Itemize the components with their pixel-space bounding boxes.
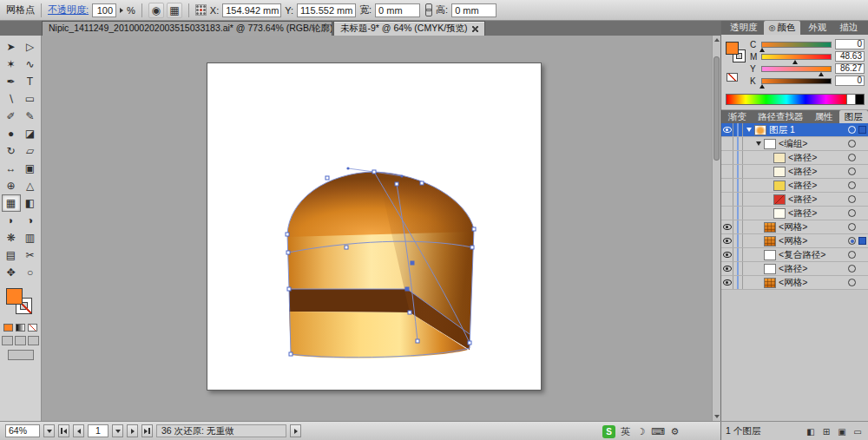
panel-tab[interactable]: 路径查找器 [753, 110, 809, 123]
height-input[interactable]: 0 mm [451, 3, 496, 17]
layer-thumbnail[interactable] [773, 194, 786, 205]
new-sublayer-button[interactable]: ⊞ [820, 426, 832, 437]
scrollbar-thumb[interactable] [713, 56, 720, 161]
layer-name[interactable]: <编组> [779, 138, 848, 150]
layer-row[interactable]: <网格> [721, 220, 868, 234]
channel-slider[interactable] [761, 42, 832, 48]
expander-cell[interactable] [764, 169, 773, 174]
moon-icon[interactable]: ☽ [635, 425, 647, 438]
screen-mode-button[interactable] [8, 350, 34, 360]
visibility-toggle[interactable] [721, 179, 733, 192]
expander-cell[interactable] [754, 225, 763, 229]
lock-column[interactable] [733, 123, 743, 136]
pencil-tool[interactable]: ✎ [21, 108, 40, 125]
artboard[interactable] [207, 62, 542, 391]
line-segment-tool[interactable]: ∖ [2, 90, 21, 108]
visibility-toggle[interactable] [721, 165, 733, 178]
visibility-toggle[interactable] [721, 262, 733, 275]
opacity-link[interactable]: 不透明度: [48, 3, 89, 16]
target-circle[interactable] [848, 251, 856, 259]
layer-name[interactable]: <路径> [788, 180, 848, 192]
none-swatch[interactable] [727, 73, 738, 82]
wrench-icon[interactable]: ⚙ [669, 425, 681, 438]
scale-tool[interactable]: ▱ [21, 142, 40, 160]
new-layer-button[interactable]: ▣ [836, 426, 848, 437]
channel-value-input[interactable]: 86.27 [835, 63, 865, 74]
zoom-tool[interactable]: ○ [21, 264, 40, 281]
slider-marker[interactable] [760, 48, 765, 52]
status-display[interactable]: 36 次还原: 无重做 [156, 424, 286, 437]
panel-tab[interactable]: 属性 [810, 110, 838, 123]
mesh-tool[interactable]: ▦ [2, 194, 21, 212]
layer-thumbnail[interactable] [764, 250, 776, 260]
scroll-down-icon[interactable] [713, 412, 720, 421]
sogou-icon[interactable]: S [602, 425, 615, 438]
rectangle-tool[interactable]: ▭ [21, 90, 40, 108]
layer-thumbnail[interactable] [764, 278, 776, 288]
layer-thumbnail[interactable] [764, 222, 776, 233]
draw-behind-button[interactable] [15, 336, 26, 345]
expander-cell[interactable] [764, 155, 773, 160]
cake-artwork[interactable] [207, 63, 541, 390]
layer-name[interactable]: <路径> [788, 207, 848, 220]
shape-builder-tool[interactable]: ⊕ [2, 177, 21, 194]
layer-thumbnail[interactable] [754, 125, 766, 135]
blob-brush-tool[interactable]: ● [2, 125, 21, 142]
hand-tool[interactable]: ✥ [2, 264, 21, 281]
layer-row[interactable]: <路径> [721, 193, 868, 207]
layer-thumbnail[interactable] [773, 181, 786, 191]
delete-layer-button[interactable]: ▭ [852, 426, 864, 437]
layer-name[interactable]: <路径> [788, 166, 848, 178]
lock-column[interactable] [733, 276, 743, 289]
layer-thumbnail[interactable] [773, 167, 786, 177]
scroll-up-icon[interactable] [713, 36, 720, 44]
layer-name[interactable]: <网格> [779, 235, 848, 247]
width-input[interactable]: 0 mm [375, 3, 420, 17]
target-circle[interactable] [848, 181, 856, 189]
vertical-scrollbar[interactable] [712, 36, 720, 421]
y-input[interactable]: 115.552 mm [297, 3, 356, 17]
lock-column[interactable] [733, 248, 743, 261]
layer-name[interactable]: <路径> [779, 263, 848, 275]
artboard-tool[interactable]: ▤ [2, 246, 21, 264]
pen-tool[interactable]: ✒ [2, 73, 21, 90]
column-graph-tool[interactable]: ▥ [21, 229, 40, 246]
x-input[interactable]: 154.942 mm [222, 3, 281, 17]
color-button[interactable] [3, 324, 13, 332]
slider-marker[interactable] [819, 72, 824, 76]
visibility-toggle[interactable] [721, 276, 733, 289]
lock-column[interactable] [733, 234, 743, 247]
perspective-grid-tool[interactable]: △ [21, 177, 40, 194]
channel-value-input[interactable]: 0 [835, 76, 865, 86]
language-indicator[interactable]: 英 [620, 425, 631, 438]
next-artboard-button[interactable] [127, 424, 138, 437]
lock-column[interactable] [733, 179, 743, 192]
channel-value-input[interactable]: 48.63 [835, 51, 865, 62]
layer-name[interactable]: <复合路径> [779, 249, 848, 261]
close-tab-icon[interactable] [472, 26, 478, 32]
expander-cell[interactable] [754, 253, 763, 257]
expander-cell[interactable] [754, 266, 763, 271]
visibility-toggle[interactable] [721, 137, 733, 150]
gradient-button[interactable] [16, 324, 25, 332]
lock-column[interactable] [733, 220, 743, 233]
layer-row[interactable]: <编组> [721, 137, 868, 151]
layer-row[interactable]: 图层 1 [721, 123, 868, 137]
paintbrush-tool[interactable]: ✐ [2, 108, 21, 125]
target-circle[interactable] [848, 126, 856, 134]
panel-tab[interactable]: 图层 [839, 110, 868, 123]
artboard-dropdown-button[interactable] [112, 424, 123, 437]
layer-thumbnail[interactable] [773, 153, 786, 163]
layer-name[interactable]: <网格> [779, 277, 848, 289]
lock-column[interactable] [733, 151, 743, 164]
fill-proxy-swatch[interactable] [726, 42, 739, 55]
channel-slider[interactable] [761, 66, 832, 72]
canvas-area[interactable] [42, 36, 712, 421]
layer-row[interactable]: <路径> [721, 262, 868, 276]
lock-column[interactable] [733, 262, 743, 275]
channel-value-input[interactable]: 0 [835, 39, 865, 49]
layer-thumbnail[interactable] [764, 264, 776, 274]
layer-row[interactable]: <网格> [721, 234, 868, 248]
gradient-tool[interactable]: ◧ [21, 194, 40, 212]
white-swatch[interactable] [847, 94, 856, 105]
